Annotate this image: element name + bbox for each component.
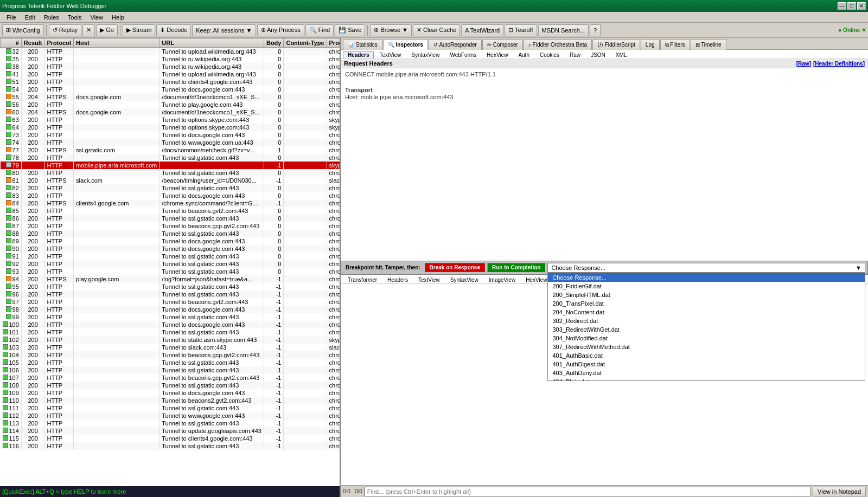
table-row[interactable]: 89 200 HTTP Tunnel to docs.google.com:44… [1,237,340,245]
table-row[interactable]: 32 200 HTTP Tunnel to upload.wikimedia.o… [1,48,340,56]
stream-button[interactable]: ▶ Stream [123,24,156,36]
table-row[interactable]: 79 HTTP mobile.pipe.aria.microsoft.com -… [1,162,340,169]
tab-statistics[interactable]: 📊 Statistics [343,39,382,50]
menu-view[interactable]: View [86,13,108,22]
table-row[interactable]: 114 200 HTTP Tunnel to update.googleapis… [1,427,340,435]
table-row[interactable]: 38 200 HTTP Tunnel to ru.wikipedia.org:4… [1,63,340,70]
minimize-button[interactable]: — [838,2,846,10]
tab-composer[interactable]: ✏ Composer [482,39,523,50]
table-row[interactable]: 73 200 HTTP Tunnel to docs.google.com:44… [1,131,340,139]
sub-tab-cookies[interactable]: Cookies [535,51,564,59]
window-controls[interactable]: — □ ✕ [838,2,866,10]
table-row[interactable]: 95 200 HTTP Tunnel to ssl.gstatic.com:44… [1,283,340,291]
menu-edit[interactable]: Edit [21,13,40,22]
table-row[interactable]: 108 200 HTTP Tunnel to ssl.gstatic.com:4… [1,382,340,389]
table-row[interactable]: 64 200 HTTP Tunnel to options.skype.com:… [1,124,340,131]
sub-tab-textview[interactable]: TextView [374,51,406,59]
table-row[interactable]: 111 200 HTTP Tunnel to ssl.gstatic.com:4… [1,404,340,412]
table-row[interactable]: 51 200 HTTP Tunnel to clients4.google.co… [1,78,340,86]
dropdown-item[interactable]: 404_Plain.dat [548,377,865,381]
tab-timeline[interactable]: ⊞ Timeline [691,39,726,50]
clear-cache-button[interactable]: ✕ Clear Cache [413,24,460,36]
col-header-process[interactable]: Process [327,38,340,48]
dropdown-item[interactable]: 200_FiddlerGif.dat [548,282,865,291]
keep-button[interactable]: Keep: All sessions ▼ [192,24,256,36]
sub-tab-headers[interactable]: Headers [343,51,374,59]
dropdown-item[interactable]: 204_NoContent.dat [548,308,865,317]
tab-fiddler-orchestra[interactable]: ♪ Fiddler Orchestra Beta [524,39,592,50]
table-row[interactable]: 63 200 HTTP Tunnel to options.skype.com:… [1,116,340,124]
dropdown-item[interactable]: 303_RedirectWithGet.dat [548,325,865,334]
table-row[interactable]: 113 200 HTTP Tunnel to ssl.gstatic.com:4… [1,419,340,427]
any-process-button[interactable]: ⊕ Any Process [257,24,304,36]
table-row[interactable]: 74 200 HTTP Tunnel to www.google.com.ua:… [1,139,340,146]
table-row[interactable]: 109 200 HTTP Tunnel to docs.google.com:4… [1,389,340,397]
menu-rules[interactable]: Rules [40,13,63,22]
table-row[interactable]: 97 200 HTTP Tunnel to beacons.gvt2.com:4… [1,298,340,306]
find-button[interactable]: 🔍 Find [305,24,334,36]
go-button[interactable]: ▶ Go [96,24,118,36]
col-header-ctype[interactable]: Content-Type [284,38,327,48]
menu-file[interactable]: File [2,13,21,22]
table-row[interactable]: 115 200 HTTP Tunnel to clients4.google.c… [1,435,340,442]
table-row[interactable]: 78 200 HTTP Tunnel to ssl.gstatic.com:44… [1,154,340,162]
sub-tab-auth[interactable]: Auth [513,51,534,59]
help-button[interactable]: ? [590,24,601,36]
choose-response-button[interactable]: Choose Response... ▼ [547,263,865,273]
table-row[interactable]: 100 200 HTTP Tunnel to docs.google.com:4… [1,321,340,328]
table-row[interactable]: 60 204 HTTPS docs.google.com /document/d… [1,108,340,116]
tab-log[interactable]: Log [641,39,660,50]
table-row[interactable]: 77 200 HTTPS ssl.gstatic.com /docs/commo… [1,146,340,154]
table-row[interactable]: 107 200 HTTP Tunnel to beacons.gcp.gvt2.… [1,374,340,382]
dropdown-item[interactable]: 403_AuthDeny.dat [548,369,865,377]
text-wizard-button[interactable]: A TextWizard [461,24,503,36]
dropdown-item[interactable]: 302_Redirect.dat [548,317,865,325]
winconfig-button[interactable]: ⊞ WinConfig [2,24,44,36]
browse-button[interactable]: ⊕ Browse ▼ [370,24,412,36]
find-input[interactable] [365,487,810,496]
choose-response-container[interactable]: Choose Response... ▼ Choose Response...2… [547,263,865,273]
table-row[interactable]: 56 200 HTTP Tunnel to play.google.com:44… [1,101,340,108]
raw-link[interactable]: [Raw] [796,61,811,67]
table-row[interactable]: 85 200 HTTP Tunnel to beacons.gvt2.com:4… [1,207,340,215]
dropdown-item[interactable]: 401_AuthBasic.dat [548,351,865,360]
tab-filters[interactable]: ⧉ Filters [660,39,690,50]
table-row[interactable]: 98 200 HTTP Tunnel to docs.google.com:44… [1,306,340,313]
table-row[interactable]: 84 200 HTTPS clients4.google.com /chrome… [1,199,340,207]
save-button[interactable]: 💾 Save [335,24,365,36]
sub-tab-json[interactable]: JSON [586,51,610,59]
table-row[interactable]: 93 200 HTTP Tunnel to ssl.gstatic.com:44… [1,268,340,275]
menu-tools[interactable]: Tools [63,13,86,22]
dropdown-item[interactable]: 200_SimpleHTML.dat [548,291,865,299]
table-row[interactable]: 110 200 HTTP Tunnel to beacons2.gvt2.com… [1,397,340,404]
resp-tab-syntaxview[interactable]: SyntaxView [445,276,483,283]
table-row[interactable]: 112 200 HTTP Tunnel to www.google.com:44… [1,412,340,419]
sub-tab-hexview[interactable]: HexView [482,51,513,59]
tab-inspectors[interactable]: 🔍 Inspectors [383,39,428,50]
dropdown-item[interactable]: 200_TransPixel.dat [548,299,865,308]
table-row[interactable]: 101 200 HTTP Tunnel to ssl.gstatic.com:4… [1,328,340,336]
table-row[interactable]: 116 200 HTTP Tunnel to ssl.gstatic.com:4… [1,442,340,450]
msdn-button[interactable]: MSDN Search... [538,24,589,36]
table-row[interactable]: 86 200 HTTP Tunnel to ssl.gstatic.com:44… [1,215,340,222]
dropdown-item[interactable]: 307_RedirectWithMethod.dat [548,343,865,351]
maximize-button[interactable]: □ [847,2,856,10]
decode-button[interactable]: ⬇ Decode [156,24,191,36]
header-def-link[interactable]: [Header Definitions] [813,61,865,67]
col-header-body[interactable]: Body [264,38,284,48]
table-row[interactable]: 88 200 HTTP Tunnel to ssl.gstatic.com:44… [1,230,340,237]
sub-tab-raw[interactable]: Raw [565,51,585,59]
dropdown-item[interactable]: 304_NotModified.dat [548,334,865,343]
table-row[interactable]: 99 200 HTTP Tunnel to ssl.gstatic.com:44… [1,313,340,321]
dropdown-item[interactable]: 401_AuthDigest.dat [548,360,865,369]
table-row[interactable]: 92 200 HTTP Tunnel to ssl.gstatic.com:44… [1,260,340,268]
resp-tab-textview[interactable]: TextView [413,276,445,283]
table-row[interactable]: 41 200 HTTP Tunnel to upload.wikimedia.o… [1,70,340,78]
col-header-num[interactable]: # [1,38,22,48]
table-row[interactable]: 94 200 HTTPS play.google.com /log?format… [1,275,340,283]
sub-tab-syntaxview[interactable]: SyntaxView [406,51,444,59]
col-header-url[interactable]: URL [159,38,264,48]
run-to-completion-button[interactable]: Run to Completion [487,263,545,272]
resp-tab-imageview[interactable]: ImageView [484,276,520,283]
sub-tab-xml[interactable]: XML [611,51,632,59]
